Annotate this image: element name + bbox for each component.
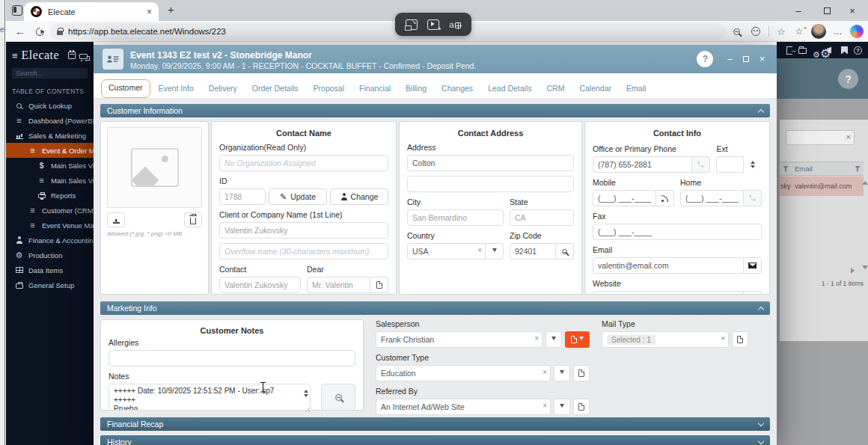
- tab-lead-details[interactable]: Lead Details: [481, 80, 538, 98]
- home-phone-input[interactable]: [680, 190, 744, 206]
- filter-funnel-icon[interactable]: [783, 166, 789, 172]
- clear-icon[interactable]: ×: [846, 132, 851, 141]
- zip-search-button[interactable]: [556, 243, 574, 260]
- email-input[interactable]: [593, 257, 744, 274]
- clear-icon[interactable]: ×: [477, 246, 482, 254]
- city-input[interactable]: [407, 209, 504, 226]
- back-button[interactable]: ←: [12, 21, 28, 42]
- contact-input[interactable]: [219, 277, 301, 293]
- tab-delivery[interactable]: Delivery: [202, 80, 244, 98]
- spinner-up-icon[interactable]: [751, 159, 755, 164]
- sidebar-item-event-order-management[interactable]: Event & Order Manag...: [6, 143, 94, 158]
- modal-minimize-button[interactable]: –: [727, 55, 733, 64]
- translate-icon[interactable]: a: [449, 19, 460, 30]
- tab-changes[interactable]: Changes: [435, 80, 480, 98]
- delivery-truck-icon[interactable]: [79, 54, 88, 59]
- grid-email-header[interactable]: Email: [795, 165, 813, 173]
- tab-proposal[interactable]: Proposal: [307, 80, 351, 98]
- window-close-button[interactable]: ×: [840, 0, 865, 21]
- referred-by-new-button[interactable]: [573, 399, 590, 415]
- clear-icon[interactable]: ×: [534, 334, 539, 343]
- id-input[interactable]: [219, 188, 266, 205]
- referred-by-dropdown-button[interactable]: [554, 399, 570, 415]
- organization-input[interactable]: [219, 155, 388, 171]
- sidebar-item-data-items[interactable]: Data Items: [6, 263, 94, 277]
- address-line2-input[interactable]: [407, 176, 574, 192]
- spinner-down-icon[interactable]: [304, 394, 308, 399]
- profile-avatar[interactable]: [811, 24, 826, 39]
- customer-type-dropdown-button[interactable]: [554, 365, 570, 381]
- mail-type-select[interactable]: Selected : 1: [602, 331, 729, 348]
- section-history[interactable]: History: [100, 435, 770, 445]
- ext-spinner[interactable]: [744, 156, 762, 173]
- help-circle-icon[interactable]: ?: [854, 46, 862, 55]
- referred-by-select[interactable]: [376, 399, 551, 415]
- sidebar-item-production[interactable]: Production: [6, 248, 94, 263]
- sidebar-item-dashboard[interactable]: Dashboard (PowerBI): [6, 113, 94, 128]
- salesperson-select[interactable]: [376, 331, 542, 348]
- country-dropdown-button[interactable]: [486, 243, 504, 260]
- tab-crm[interactable]: CRM: [540, 80, 572, 98]
- mobile-input[interactable]: [593, 190, 656, 206]
- sidebar-search[interactable]: [12, 68, 88, 79]
- window-maximize-button[interactable]: [814, 0, 840, 21]
- open-website-button[interactable]: [744, 291, 762, 295]
- folder-icon[interactable]: [798, 48, 807, 54]
- scroll-up-icon[interactable]: [862, 178, 868, 185]
- tab-customer[interactable]: Customer: [101, 79, 150, 98]
- tab-calendar[interactable]: Calendar: [572, 80, 618, 98]
- hamburger-icon[interactable]: ≡: [12, 50, 18, 61]
- tab-event-info[interactable]: Event Info: [152, 80, 201, 98]
- change-button[interactable]: Change: [330, 188, 388, 205]
- refresh-button[interactable]: [31, 21, 48, 42]
- clear-icon[interactable]: ×: [542, 368, 547, 376]
- scroll-right-icon[interactable]: [851, 268, 858, 274]
- ext-input[interactable]: [716, 156, 744, 173]
- mobile-sms-button[interactable]: [656, 190, 674, 206]
- office-call-button[interactable]: [692, 156, 710, 173]
- window-minimize-button[interactable]: –: [786, 0, 811, 21]
- filter-funnel-icon[interactable]: [855, 166, 861, 172]
- modal-help-button[interactable]: ?: [697, 51, 713, 67]
- home-call-button[interactable]: [744, 190, 762, 206]
- tab-billing[interactable]: Billing: [399, 80, 433, 98]
- country-select[interactable]: [407, 243, 486, 260]
- logout-icon[interactable]: [786, 46, 792, 55]
- grid-selected-row[interactable]: sky valentin@mail.com: [780, 177, 864, 196]
- mail-type-new-button[interactable]: [732, 331, 748, 348]
- workspaces-icon[interactable]: [12, 5, 22, 16]
- scroll-down-icon[interactable]: [862, 266, 868, 272]
- background-search-input[interactable]: ×: [786, 130, 855, 145]
- sidebar-item-reports[interactable]: Reports: [6, 188, 94, 203]
- settings-gear-icon[interactable]: ⚙: [813, 46, 821, 55]
- browser-tab[interactable]: Elecate ×: [24, 2, 159, 21]
- sidebar-item-finance-accounting[interactable]: Finance & Accounting: [6, 233, 94, 248]
- tab-close-icon[interactable]: ×: [147, 7, 152, 17]
- sidebar-search-input[interactable]: [16, 70, 84, 77]
- sidebar-item-main-sales-view-win[interactable]: Main Sales View Win: [6, 173, 94, 188]
- spinner-up-icon[interactable]: [304, 387, 308, 393]
- clear-icon[interactable]: ×: [542, 402, 547, 410]
- new-tab-button[interactable]: +: [168, 3, 174, 16]
- allergies-input[interactable]: [109, 350, 355, 366]
- tab-financial[interactable]: Financial: [352, 80, 397, 98]
- tab-email[interactable]: Email: [620, 80, 652, 98]
- tab-order-details[interactable]: Order Details: [245, 80, 305, 98]
- collections-icon[interactable]: ☆: [792, 21, 807, 42]
- video-popout-icon[interactable]: [427, 19, 439, 30]
- overflow-name-input[interactable]: [219, 243, 388, 260]
- send-email-button[interactable]: [744, 257, 762, 274]
- notes-search-button[interactable]: [321, 384, 355, 411]
- sidebar-item-sales-marketing[interactable]: Sales & Marketing: [6, 128, 94, 143]
- update-button[interactable]: Update: [269, 188, 327, 205]
- salesperson-new-record-button[interactable]: [565, 331, 590, 348]
- notes-spinner[interactable]: [304, 387, 308, 399]
- sidebar-item-main-sales-view[interactable]: Main Sales View: [6, 158, 94, 173]
- office-phone-input[interactable]: [593, 156, 692, 173]
- address-line1-input[interactable]: [407, 155, 574, 171]
- section-customer-information[interactable]: Customer Information: [100, 104, 770, 117]
- fax-input[interactable]: [593, 224, 762, 240]
- grid-scrollbar[interactable]: [862, 177, 868, 274]
- url-bar[interactable]: https://app.beta.elecate.net/Windows/223: [49, 23, 727, 40]
- dear-lookup-button[interactable]: [370, 277, 388, 293]
